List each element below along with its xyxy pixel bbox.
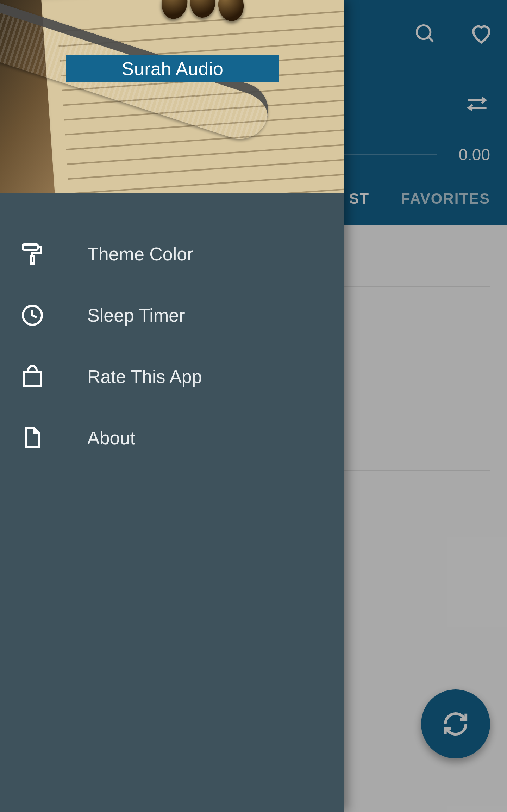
menu-item-rate-app[interactable]: Rate This App bbox=[0, 346, 344, 407]
document-icon bbox=[19, 424, 46, 451]
menu-item-sleep-timer[interactable]: Sleep Timer bbox=[0, 285, 344, 346]
menu-item-label: Rate This App bbox=[87, 366, 202, 387]
drawer-title: Surah Audio bbox=[66, 55, 279, 82]
drawer-menu: Theme Color Sleep Timer bbox=[0, 193, 344, 469]
svg-rect-5 bbox=[31, 256, 34, 264]
drawer-header: Surah Audio bbox=[0, 0, 344, 193]
menu-item-theme-color[interactable]: Theme Color bbox=[0, 223, 344, 285]
svg-rect-4 bbox=[23, 244, 38, 250]
navigation-drawer: Surah Audio Theme Color bbox=[0, 0, 344, 812]
clock-icon bbox=[19, 302, 46, 329]
menu-item-about[interactable]: About bbox=[0, 407, 344, 469]
svg-rect-7 bbox=[24, 372, 41, 386]
shopping-bag-icon bbox=[19, 363, 46, 390]
menu-item-label: About bbox=[87, 427, 135, 448]
paint-roller-icon bbox=[19, 241, 46, 267]
menu-item-label: Theme Color bbox=[87, 243, 193, 265]
menu-item-label: Sleep Timer bbox=[87, 305, 185, 326]
